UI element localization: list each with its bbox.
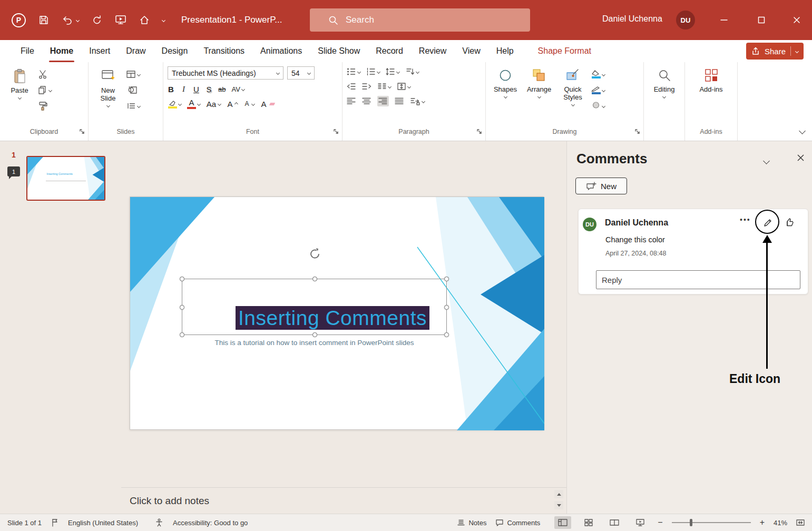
strikethrough-button[interactable]: ab bbox=[218, 86, 226, 93]
line-spacing-button[interactable] bbox=[386, 66, 399, 77]
decrease-font-size-button[interactable]: A bbox=[243, 99, 255, 109]
align-left-button[interactable] bbox=[347, 96, 356, 106]
tab-record[interactable]: Record bbox=[368, 40, 411, 62]
zoom-in-button[interactable]: + bbox=[760, 518, 765, 527]
search-input[interactable] bbox=[346, 8, 530, 32]
new-slide-button[interactable]: New Slide bbox=[93, 66, 123, 127]
tab-insert[interactable]: Insert bbox=[81, 40, 118, 62]
title-textbox-selection[interactable]: Inserting Comments bbox=[182, 279, 447, 335]
maximize-button[interactable] bbox=[746, 0, 777, 40]
tab-review[interactable]: Review bbox=[411, 40, 454, 62]
close-button[interactable] bbox=[781, 0, 812, 40]
reading-view-button[interactable] bbox=[606, 516, 623, 529]
close-pane-icon[interactable] bbox=[797, 154, 805, 164]
bullets-button[interactable] bbox=[347, 66, 360, 77]
text-shadow-button[interactable]: S bbox=[206, 85, 212, 93]
clear-formatting-button[interactable]: A bbox=[260, 99, 275, 109]
resize-handle-sw[interactable] bbox=[180, 332, 184, 337]
scroll-up-button[interactable] bbox=[554, 490, 563, 498]
font-color-button[interactable]: A bbox=[187, 99, 200, 109]
resize-handle-nw[interactable] bbox=[180, 277, 184, 281]
underline-button[interactable]: U bbox=[193, 85, 200, 93]
more-actions-icon[interactable]: ••• bbox=[740, 215, 751, 224]
quick-styles-button[interactable]: Quick Styles bbox=[557, 66, 588, 127]
text-highlight-color-button[interactable] bbox=[168, 99, 181, 109]
drawing-dialog-launcher[interactable] bbox=[634, 127, 641, 137]
cut-button[interactable] bbox=[38, 69, 52, 80]
slide-layout-button[interactable] bbox=[126, 69, 140, 80]
tab-file[interactable]: File bbox=[13, 40, 42, 62]
font-dialog-launcher[interactable] bbox=[333, 127, 339, 137]
user-name[interactable]: Daniel Uchenna bbox=[602, 14, 662, 24]
like-thumbs-up-icon[interactable] bbox=[784, 217, 795, 230]
tab-animations[interactable]: Animations bbox=[252, 40, 310, 62]
comments-toggle-button[interactable]: Comments bbox=[495, 519, 540, 527]
home-button[interactable] bbox=[139, 15, 150, 25]
tab-view[interactable]: View bbox=[454, 40, 488, 62]
accessibility-icon[interactable] bbox=[155, 518, 163, 527]
slide-canvas[interactable]: Inserting Comments This is a tutorial on… bbox=[130, 196, 544, 430]
redo-button[interactable] bbox=[92, 15, 102, 25]
shape-outline-button[interactable] bbox=[591, 85, 605, 95]
notes-pane[interactable]: Click to add notes bbox=[121, 487, 566, 514]
tab-shape-format[interactable]: Shape Format bbox=[530, 40, 599, 62]
minimize-button[interactable] bbox=[709, 0, 739, 40]
shape-effects-button[interactable] bbox=[591, 101, 605, 111]
slide-title-text[interactable]: Inserting Comments bbox=[236, 307, 429, 330]
reset-slide-button[interactable] bbox=[126, 85, 140, 95]
tab-transitions[interactable]: Transitions bbox=[195, 40, 252, 62]
bold-button[interactable]: B bbox=[168, 85, 174, 93]
numbering-button[interactable] bbox=[366, 66, 380, 77]
resize-handle-s[interactable] bbox=[312, 332, 317, 337]
resize-handle-ne[interactable] bbox=[444, 277, 449, 281]
zoom-out-button[interactable]: − bbox=[658, 518, 662, 527]
align-right-button[interactable] bbox=[377, 96, 389, 106]
collapse-pane-chevron-icon[interactable] bbox=[764, 156, 769, 165]
tab-home[interactable]: Home bbox=[42, 40, 81, 62]
tab-design[interactable]: Design bbox=[154, 40, 196, 62]
zoom-slider[interactable] bbox=[672, 522, 751, 523]
increase-font-size-button[interactable]: A bbox=[227, 99, 238, 109]
accessibility-status[interactable]: Accessibility: Good to go bbox=[173, 519, 248, 527]
normal-view-button[interactable] bbox=[554, 516, 571, 529]
collapse-ribbon-button[interactable] bbox=[800, 126, 805, 135]
zoom-slider-thumb[interactable] bbox=[690, 519, 692, 526]
slide-thumbnail[interactable]: Inserting Comments bbox=[26, 156, 105, 201]
character-spacing-button[interactable]: AV bbox=[231, 84, 244, 94]
convert-to-smartart-button[interactable] bbox=[410, 96, 425, 106]
shape-fill-button[interactable] bbox=[591, 69, 605, 80]
language-status[interactable]: English (United States) bbox=[68, 519, 138, 527]
resize-handle-w[interactable] bbox=[180, 305, 184, 310]
increase-indent-button[interactable] bbox=[362, 81, 371, 92]
undo-button[interactable] bbox=[62, 15, 79, 25]
paragraph-dialog-launcher[interactable] bbox=[476, 127, 483, 137]
resize-handle-e[interactable] bbox=[444, 305, 449, 310]
justify-button[interactable] bbox=[395, 96, 404, 106]
selected-title-text[interactable]: Inserting Comments bbox=[236, 306, 429, 330]
start-slideshow-button[interactable] bbox=[115, 15, 126, 25]
notes-toggle-button[interactable]: Notes bbox=[457, 519, 486, 527]
notes-placeholder[interactable]: Click to add notes bbox=[130, 495, 209, 507]
slide-sorter-view-button[interactable] bbox=[580, 516, 597, 529]
comment-indicator-badge[interactable]: 1 bbox=[7, 166, 20, 176]
decrease-indent-button[interactable] bbox=[347, 81, 356, 92]
align-center-button[interactable] bbox=[362, 96, 371, 106]
copy-button[interactable] bbox=[38, 85, 52, 95]
font-size-combo[interactable]: 54 bbox=[287, 66, 315, 80]
shapes-button[interactable]: Shapes bbox=[490, 66, 521, 127]
slide-subtitle-text[interactable]: This is a tutorial on how to insert comm… bbox=[182, 339, 447, 347]
addins-button[interactable]: Add-ins bbox=[694, 66, 728, 127]
columns-button[interactable] bbox=[377, 81, 391, 92]
font-name-combo[interactable]: Trebuchet MS (Headings) bbox=[168, 66, 283, 80]
scroll-down-button[interactable] bbox=[554, 501, 563, 509]
slideshow-view-button[interactable] bbox=[632, 516, 649, 529]
search-box[interactable] bbox=[310, 8, 530, 32]
powerpoint-logo-icon[interactable]: P bbox=[12, 13, 26, 27]
paste-button[interactable]: Paste bbox=[4, 66, 35, 127]
tab-help[interactable]: Help bbox=[488, 40, 522, 62]
tab-draw[interactable]: Draw bbox=[118, 40, 153, 62]
italic-button[interactable]: I bbox=[180, 85, 187, 93]
new-comment-button[interactable]: New bbox=[575, 178, 627, 194]
text-direction-button[interactable] bbox=[397, 81, 410, 92]
zoom-level[interactable]: 41% bbox=[774, 519, 787, 527]
